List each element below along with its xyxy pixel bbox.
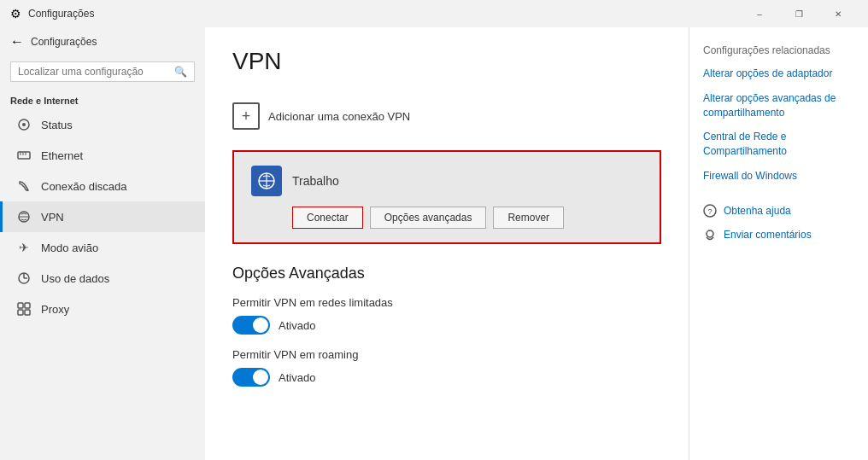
svg-point-20 bbox=[707, 230, 713, 237]
sidebar-item-ethernet[interactable]: Ethernet bbox=[0, 140, 205, 171]
conexao-discada-icon bbox=[17, 179, 31, 193]
help-get-icon: ? bbox=[703, 204, 717, 218]
search-box[interactable]: 🔍 bbox=[10, 61, 195, 82]
vpn-sidebar-icon bbox=[17, 210, 31, 224]
minimize-button[interactable]: – bbox=[740, 0, 779, 27]
toggle-limited-status: Ativado bbox=[279, 319, 315, 332]
title-bar-left: ⚙ Configurações bbox=[10, 7, 94, 20]
add-vpn-icon: + bbox=[232, 102, 260, 130]
sidebar-item-label-aviao: Modo avião bbox=[41, 242, 98, 254]
vpn-connection-top: Trabalho bbox=[251, 166, 642, 196]
toggle-limited-label: Permitir VPN em redes limitadas bbox=[232, 296, 661, 309]
related-link-adapter[interactable]: Alterar opções de adaptador bbox=[703, 67, 854, 81]
ethernet-icon bbox=[17, 148, 31, 162]
back-icon: ← bbox=[10, 34, 24, 49]
sidebar-item-status[interactable]: Status bbox=[0, 109, 205, 140]
connect-button[interactable]: Conectar bbox=[292, 207, 363, 229]
toggle-roaming-status: Ativado bbox=[279, 371, 315, 384]
toggle-limited-container: Ativado bbox=[232, 316, 661, 335]
toggle-roaming-label: Permitir VPN em roaming bbox=[232, 348, 661, 361]
modo-aviao-icon: ✈ bbox=[17, 241, 31, 254]
svg-rect-12 bbox=[25, 303, 30, 308]
sidebar-item-label-vpn: VPN bbox=[41, 211, 64, 224]
uso-dados-icon bbox=[17, 271, 31, 285]
related-link-network-center[interactable]: Central de Rede e Compartilhamento bbox=[703, 130, 854, 159]
sidebar-item-conexao-discada[interactable]: Conexão discada bbox=[0, 171, 205, 201]
toggle-roaming-switch[interactable] bbox=[232, 368, 270, 387]
proxy-icon bbox=[17, 302, 31, 316]
advanced-section-title: Opções Avançadas bbox=[232, 265, 661, 282]
sidebar-item-label-status: Status bbox=[41, 119, 73, 131]
related-link-sharing[interactable]: Alterar opções avançadas de compartilham… bbox=[703, 91, 854, 120]
vpn-connection-box: Trabalho Conectar Opções avançadas Remov… bbox=[232, 150, 661, 244]
toggle-roaming-row: Permitir VPN em roaming Ativado bbox=[232, 348, 661, 387]
sidebar: ← Configurações 🔍 Rede e Internet Status… bbox=[0, 27, 205, 460]
back-button[interactable]: ← Configurações bbox=[0, 27, 205, 56]
vpn-connection-icon bbox=[251, 166, 282, 196]
svg-rect-2 bbox=[18, 152, 30, 159]
title-bar-controls: – ❐ ✕ bbox=[740, 0, 858, 27]
vpn-buttons: Conectar Opções avançadas Remover bbox=[251, 207, 642, 229]
search-icon: 🔍 bbox=[174, 66, 187, 78]
page-title: VPN bbox=[232, 48, 661, 75]
toggle-limited-switch[interactable] bbox=[232, 316, 270, 335]
related-link-firewall[interactable]: Firewall do Windows bbox=[703, 169, 854, 183]
help-get-label: Obtenha ajuda bbox=[724, 205, 791, 217]
feedback-label: Enviar comentários bbox=[724, 229, 812, 241]
sidebar-item-modo-aviao[interactable]: ✈ Modo avião bbox=[0, 232, 205, 263]
sidebar-item-label-conexao: Conexão discada bbox=[41, 180, 126, 193]
svg-rect-11 bbox=[18, 303, 23, 308]
add-vpn-text: Adicionar uma conexão VPN bbox=[268, 110, 410, 123]
title-bar-icon: ⚙ bbox=[10, 7, 21, 20]
sidebar-item-proxy[interactable]: Proxy bbox=[0, 294, 205, 324]
close-button[interactable]: ✕ bbox=[818, 0, 858, 27]
svg-text:?: ? bbox=[708, 207, 713, 216]
related-title: Configurações relacionadas bbox=[703, 44, 854, 56]
remove-button[interactable]: Remover bbox=[493, 207, 564, 229]
main-content: VPN + Adicionar uma conexão VPN Trabalho… bbox=[205, 27, 689, 460]
sidebar-item-label-proxy: Proxy bbox=[41, 303, 69, 316]
help-item-feedback[interactable]: Enviar comentários bbox=[703, 228, 854, 242]
maximize-button[interactable]: ❐ bbox=[779, 0, 818, 27]
status-icon bbox=[17, 118, 31, 131]
toggle-limited-row: Permitir VPN em redes limitadas Ativado bbox=[232, 296, 661, 335]
help-item-get-help[interactable]: ? Obtenha ajuda bbox=[703, 204, 854, 218]
sidebar-item-label-dados: Uso de dados bbox=[41, 272, 109, 285]
sidebar-section-title: Rede e Internet bbox=[0, 87, 205, 109]
help-section: ? Obtenha ajuda Enviar comentários bbox=[703, 204, 854, 242]
sidebar-item-uso-dados[interactable]: Uso de dados bbox=[0, 263, 205, 294]
toggle-roaming-container: Ativado bbox=[232, 368, 661, 387]
vpn-connection-name: Trabalho bbox=[292, 174, 339, 188]
search-input[interactable] bbox=[18, 66, 169, 78]
sidebar-item-vpn[interactable]: VPN bbox=[0, 201, 205, 232]
feedback-icon bbox=[703, 228, 717, 242]
add-vpn-row[interactable]: + Adicionar uma conexão VPN bbox=[232, 96, 661, 137]
advanced-options-button[interactable]: Opções avançadas bbox=[370, 207, 487, 229]
title-bar: ⚙ Configurações – ❐ ✕ bbox=[0, 0, 868, 27]
svg-rect-14 bbox=[25, 310, 30, 315]
svg-point-1 bbox=[22, 123, 26, 126]
svg-rect-13 bbox=[18, 310, 23, 315]
title-bar-title: Configurações bbox=[28, 8, 94, 20]
right-panel: Configurações relacionadas Alterar opçõe… bbox=[689, 27, 868, 460]
sidebar-item-label-ethernet: Ethernet bbox=[41, 149, 83, 162]
back-text: Configurações bbox=[31, 36, 97, 48]
app-body: ← Configurações 🔍 Rede e Internet Status… bbox=[0, 27, 868, 460]
